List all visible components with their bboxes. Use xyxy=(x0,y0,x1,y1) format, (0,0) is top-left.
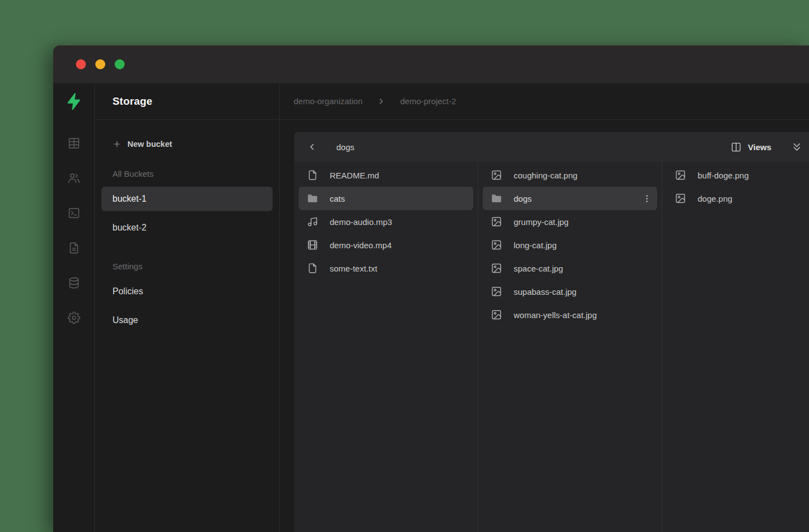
item-name: demo-audio.mp3 xyxy=(330,217,392,227)
sidebar-item-bucket-1[interactable]: bucket-1 xyxy=(101,187,273,211)
item-name: demo-video.mp4 xyxy=(330,241,392,250)
image-icon xyxy=(675,170,686,181)
gear-icon xyxy=(68,311,80,324)
new-bucket-button[interactable]: New bucket xyxy=(112,133,279,155)
file-columns: README.mdcatsdemo-audio.mp3demo-video.mp… xyxy=(294,162,809,532)
folder-icon xyxy=(491,193,502,204)
item-name: dogs xyxy=(514,194,532,203)
item-name: supabass-cat.jpg xyxy=(514,287,576,296)
file-browser-panel: dogs Views README.mdcatsdemo-audio.mp3de… xyxy=(294,132,809,532)
folder-icon xyxy=(307,193,318,204)
window-titlebar xyxy=(53,45,809,83)
sidebar-body: New bucket All Bucketsbucket-1bucket-2Se… xyxy=(95,120,279,332)
rail-item-database[interactable] xyxy=(68,277,80,289)
file-icon xyxy=(307,170,318,181)
sidebar-list: PoliciesUsage xyxy=(95,279,279,332)
item-name: space-cat.jpg xyxy=(514,264,563,273)
file-text-icon xyxy=(68,242,80,254)
app-window: Storage New bucket All Bucketsbucket-1bu… xyxy=(53,45,809,532)
file-row-grumpy-cat-jpg[interactable]: grumpy-cat.jpg xyxy=(483,210,657,233)
browser-toolbar: dogs Views xyxy=(294,132,809,162)
rail-item-sql-terminal[interactable] xyxy=(68,207,80,219)
file-column-2: coughing-cat.pngdogsgrumpy-cat.jpglong-c… xyxy=(478,162,662,532)
breadcrumb-item[interactable]: demo-organization xyxy=(294,96,362,106)
plus-icon xyxy=(112,140,121,149)
image-icon xyxy=(491,263,502,274)
item-name: some-text.txt xyxy=(330,264,377,273)
columns-icon xyxy=(731,142,741,152)
maximize-window-button[interactable] xyxy=(115,59,125,69)
section-heading: All Buckets xyxy=(112,163,279,184)
toolbar-right: Views xyxy=(731,140,803,154)
file-row-buff-doge-png[interactable]: buff-doge.png xyxy=(667,163,805,187)
item-name: cats xyxy=(330,194,345,203)
terminal-icon xyxy=(68,207,80,219)
file-column-1: README.mdcatsdemo-audio.mp3demo-video.mp… xyxy=(294,162,478,532)
rail-item-logs[interactable] xyxy=(68,242,80,254)
item-name: grumpy-cat.jpg xyxy=(514,217,569,227)
users-icon xyxy=(68,172,80,185)
views-button[interactable]: Views xyxy=(731,142,771,152)
item-name: coughing-cat.png xyxy=(514,171,577,180)
rail-item-settings[interactable] xyxy=(68,311,80,324)
item-name: doge.png xyxy=(698,194,733,203)
sidebar-item-bucket-2[interactable]: bucket-2 xyxy=(101,216,273,240)
item-name: buff-doge.png xyxy=(698,171,749,180)
sidebar-list: bucket-1bucket-2 xyxy=(95,187,279,240)
breadcrumb-item[interactable]: demo-project-2 xyxy=(400,96,456,106)
file-row-readme-md[interactable]: README.md xyxy=(299,163,473,187)
rail-item-auth-users[interactable] xyxy=(68,172,80,185)
sidebar-item-usage[interactable]: Usage xyxy=(101,308,273,332)
sidebar-item-policies[interactable]: Policies xyxy=(101,279,273,304)
file-row-long-cat-jpg[interactable]: long-cat.jpg xyxy=(483,233,657,257)
storage-sidebar: Storage New bucket All Bucketsbucket-1bu… xyxy=(95,83,280,532)
image-icon xyxy=(491,216,502,227)
audio-icon xyxy=(307,216,318,227)
file-row-supabass-cat-jpg[interactable]: supabass-cat.jpg xyxy=(483,280,657,303)
image-icon xyxy=(491,286,502,297)
page-title: Storage xyxy=(112,95,152,108)
image-icon xyxy=(675,193,686,204)
primary-nav-rail xyxy=(53,83,95,532)
file-row-space-cat-jpg[interactable]: space-cat.jpg xyxy=(483,257,657,280)
collapse-panel-button[interactable] xyxy=(790,140,803,154)
breadcrumb-separator-icon xyxy=(377,97,386,106)
file-row-demo-audio-mp3[interactable]: demo-audio.mp3 xyxy=(299,210,473,233)
file-row-doge-png[interactable]: doge.png xyxy=(667,187,805,210)
image-icon xyxy=(491,239,502,250)
supabase-logo[interactable] xyxy=(53,83,94,120)
content-area: demo-organizationdemo-project-2 dogs Vie… xyxy=(280,83,809,532)
file-row-some-text-txt[interactable]: some-text.txt xyxy=(299,257,473,280)
section-heading: Settings xyxy=(112,255,279,277)
table-icon xyxy=(68,137,80,150)
file-row-coughing-cat-png[interactable]: coughing-cat.png xyxy=(483,163,657,187)
item-name: long-cat.jpg xyxy=(514,241,557,250)
file-icon xyxy=(307,263,318,274)
minimize-window-button[interactable] xyxy=(95,59,105,69)
file-column-3: buff-doge.pngdoge.png xyxy=(662,162,809,532)
item-name: woman-yells-at-cat.jpg xyxy=(514,310,597,320)
breadcrumb: demo-organizationdemo-project-2 xyxy=(280,83,809,120)
sidebar-header: Storage xyxy=(95,83,279,120)
close-window-button[interactable] xyxy=(76,59,86,69)
sidebar-sections: All Bucketsbucket-1bucket-2SettingsPolic… xyxy=(95,163,279,332)
video-icon xyxy=(307,239,318,250)
image-icon xyxy=(491,309,502,320)
back-button[interactable] xyxy=(301,136,323,158)
supabase-bolt-icon xyxy=(64,92,83,111)
image-icon xyxy=(491,170,502,181)
folder-row-dogs[interactable]: dogs xyxy=(483,187,657,210)
item-name: README.md xyxy=(330,171,379,180)
app-body: Storage New bucket All Bucketsbucket-1bu… xyxy=(53,83,809,532)
rail-nav xyxy=(68,137,80,324)
current-folder-label: dogs xyxy=(336,142,355,152)
rail-item-table-editor[interactable] xyxy=(68,137,80,150)
folder-row-cats[interactable]: cats xyxy=(299,187,473,210)
item-actions-menu-button[interactable] xyxy=(642,193,652,203)
views-label: Views xyxy=(748,142,771,152)
file-row-woman-yells-at-cat-jpg[interactable]: woman-yells-at-cat.jpg xyxy=(483,303,657,326)
file-row-demo-video-mp4[interactable]: demo-video.mp4 xyxy=(299,233,473,257)
database-icon xyxy=(68,277,80,289)
new-bucket-label: New bucket xyxy=(127,140,172,149)
